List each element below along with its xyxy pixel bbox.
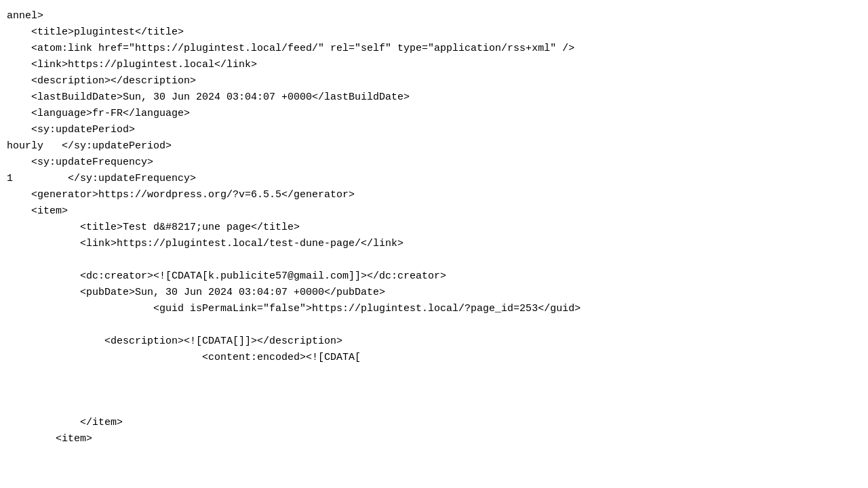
line-0: annel> [0,8,868,24]
line-24-blank [0,399,868,415]
line-21: <content:encoded><![CDATA[ [0,350,868,366]
line-16: <dc:creator><![CDATA[k.publicite57@gmail… [0,268,868,285]
line-5: <lastBuildDate>Sun, 30 Jun 2024 03:04:07… [0,89,868,106]
xml-viewer: annel> <title>plugintest</title> <atom:l… [0,5,868,488]
line-12: <item> [0,203,868,220]
line-18: <guid isPermaLink="false">https://plugin… [0,301,868,317]
line-11: <generator>https://wordpress.org/?v=6.5.… [0,187,868,203]
line-25: </item> [0,415,868,431]
line-7: <sy:updatePeriod> [0,122,868,138]
line-9: <sy:updateFrequency> [0,155,868,171]
line-10: 1 </sy:updateFrequency> [0,171,868,187]
line-3: <link>https://plugintest.local</link> [0,57,868,73]
line-4: <description></description> [0,73,868,89]
line-22-blank [0,366,868,382]
line-8-hourly: hourly </sy:updatePeriod> [0,138,868,155]
line-17: <pubDate>Sun, 30 Jun 2024 03:04:07 +0000… [0,285,868,301]
line-2: <atom:link href="https://plugintest.loca… [0,41,868,57]
line-13: <title>Test d&#8217;une page</title> [0,220,868,236]
line-6: <language>fr-FR</language> [0,106,868,122]
line-23-blank [0,382,868,399]
line-14: <link>https://plugintest.local/test-dune… [0,236,868,252]
line-1: <title>plugintest</title> [0,24,868,41]
line-19-blank [0,317,868,333]
line-26: <item> [0,431,868,447]
line-20: <description><![CDATA[]]></description> [0,333,868,350]
line-15-blank [0,252,868,268]
